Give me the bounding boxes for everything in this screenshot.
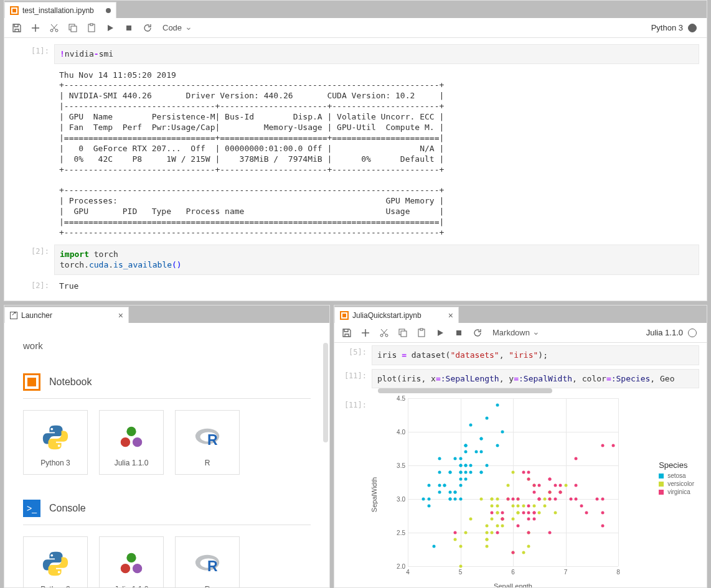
notebook-icon: [10, 6, 19, 15]
data-point: [527, 477, 530, 480]
svg-point-10: [121, 437, 130, 447]
toolbar-top: Code Python 3: [4, 18, 707, 38]
data-point: [538, 498, 541, 501]
restart-button[interactable]: [139, 19, 156, 37]
stop-button[interactable]: [450, 324, 468, 342]
toolbar-julia: Markdown Julia 1.1.0: [334, 323, 707, 343]
pane-julia: JuliaQuickstart.ipynb × Markdown Julia 1…: [334, 305, 707, 588]
add-cell-button[interactable]: [357, 324, 374, 342]
cell[interactable]: [2]:True: [4, 279, 699, 294]
legend-item: virginica: [659, 488, 694, 495]
prompt: [11]:: [334, 398, 372, 587]
run-button[interactable]: [101, 19, 119, 37]
add-cell-button[interactable]: [27, 19, 44, 37]
restart-button[interactable]: [469, 324, 486, 342]
data-point: [517, 498, 520, 501]
paste-button[interactable]: [413, 324, 430, 342]
modified-dot-icon: [106, 8, 111, 13]
data-point: [601, 525, 604, 528]
data-point: [485, 417, 488, 420]
data-point: [512, 498, 515, 501]
cell[interactable]: [11]:SepalWidth2.02.53.03.54.04.5SepalLe…: [334, 398, 699, 587]
data-point: [549, 477, 552, 480]
tab-launcher[interactable]: Launcher ×: [4, 307, 129, 323]
data-point: [559, 484, 562, 487]
data-point: [485, 544, 488, 548]
cell[interactable]: Thu Nov 14 11:05:20 2019 +--------------…: [4, 68, 699, 241]
save-button[interactable]: [8, 19, 26, 37]
cut-button[interactable]: [375, 324, 393, 342]
kernel-status[interactable]: Python 3: [651, 23, 703, 32]
data-point: [501, 511, 504, 514]
notebook-section-icon: [23, 373, 40, 391]
cell[interactable]: [11]:plot(iris, x=:SepalLength, y=:Sepal…: [334, 369, 699, 395]
julia-logo-icon: [116, 422, 146, 452]
paste-button[interactable]: [83, 19, 100, 37]
data-point: [532, 518, 535, 521]
cell-type-select[interactable]: Code: [158, 21, 195, 35]
data-point: [459, 498, 462, 501]
prompt: [4, 68, 54, 241]
data-point: [480, 450, 483, 454]
data-point: [601, 444, 604, 447]
code-input[interactable]: !nvidia-smi: [54, 44, 699, 64]
data-point: [491, 531, 494, 534]
tabbar-launcher: Launcher ×: [4, 306, 329, 323]
svg-rect-6: [126, 26, 131, 30]
data-point: [553, 511, 557, 514]
h-scrollbar[interactable]: [378, 388, 552, 393]
cell-output: Thu Nov 14 11:05:20 2019 +--------------…: [54, 68, 699, 241]
launcher-card-r[interactable]: RR: [175, 410, 240, 475]
tab-test-installation[interactable]: test_installation.ipynb: [4, 2, 116, 18]
tab-label: test_installation.ipynb: [22, 6, 94, 15]
notebook-body-top[interactable]: [1]:!nvidia-smiThu Nov 14 11:05:20 2019 …: [4, 38, 707, 301]
kernel-status[interactable]: Julia 1.1.0: [646, 328, 703, 337]
launcher-body[interactable]: work NotebookPython 3Julia 1.1.0RR>_Cons…: [4, 323, 329, 587]
launcher-card-python[interactable]: Python 3: [23, 536, 88, 587]
code-input[interactable]: plot(iris, x=:SepalLength, y=:SepalWidth…: [372, 369, 699, 389]
data-point: [512, 551, 515, 554]
code-input[interactable]: iris = dataset("datasets", "iris");: [372, 345, 699, 365]
notebook-body-julia[interactable]: [5]:iris = dataset("datasets", "iris");[…: [334, 343, 707, 587]
y-tick: 2.0: [397, 563, 405, 570]
data-point: [427, 498, 430, 501]
stop-button[interactable]: [120, 19, 138, 37]
close-icon[interactable]: ×: [448, 310, 453, 320]
tab-julia[interactable]: JuliaQuickstart.ipynb ×: [334, 307, 459, 323]
svg-rect-5: [90, 24, 93, 26]
cut-button[interactable]: [45, 19, 63, 37]
data-point: [448, 498, 451, 501]
prompt: [2]:: [4, 279, 54, 294]
data-point: [469, 518, 473, 521]
scatter-chart: SepalWidth2.02.53.03.54.04.5SepalLength4…: [377, 398, 699, 587]
svg-rect-29: [456, 330, 461, 335]
save-button[interactable]: [338, 324, 356, 342]
data-point: [438, 470, 441, 474]
x-tick: 4: [406, 569, 410, 576]
section-title: Notebook: [49, 376, 92, 388]
legend-item: versicolor: [659, 480, 694, 487]
code-input[interactable]: import torch torch.cuda.is_available(): [54, 245, 699, 275]
launcher-card-r[interactable]: RR: [175, 536, 240, 587]
data-point: [422, 498, 425, 501]
cell[interactable]: [2]:import torch torch.cuda.is_available…: [4, 245, 699, 275]
copy-button[interactable]: [394, 324, 412, 342]
cell[interactable]: [1]:!nvidia-smi: [4, 44, 699, 64]
data-point: [496, 504, 499, 507]
data-point: [496, 525, 499, 528]
copy-button[interactable]: [64, 19, 82, 37]
data-point: [464, 531, 467, 534]
cell-type-select[interactable]: Markdown: [487, 325, 542, 340]
launcher-card-julia[interactable]: Julia 1.1.0: [99, 410, 164, 475]
close-icon[interactable]: ×: [118, 310, 123, 320]
cell[interactable]: [5]:iris = dataset("datasets", "iris");: [334, 345, 699, 365]
svg-point-11: [133, 437, 142, 447]
data-point: [459, 470, 462, 474]
data-point: [454, 457, 457, 460]
run-button[interactable]: [431, 324, 449, 342]
launcher-card-julia[interactable]: Julia 1.1.0: [99, 536, 164, 587]
launcher-card-python[interactable]: Python 3: [23, 410, 88, 475]
data-point: [443, 484, 446, 487]
data-point: [454, 498, 457, 501]
scrollbar[interactable]: [323, 343, 328, 442]
